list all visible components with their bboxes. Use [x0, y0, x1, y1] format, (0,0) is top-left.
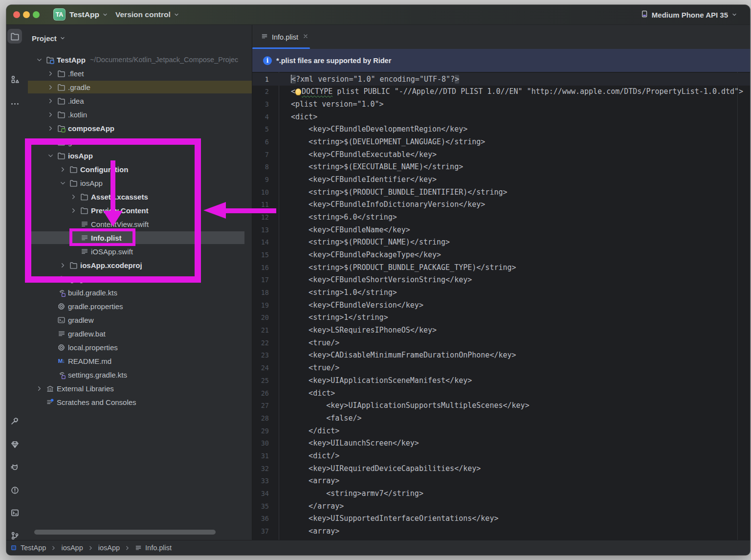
code-line-16[interactable]: 16 <string>$(PRODUCT_BUNDLE_PACKAGE_TYPE…: [252, 261, 750, 274]
code-line-27[interactable]: 27 <key>UIApplicationSupportsMultipleSce…: [252, 399, 750, 412]
chevron-right-icon[interactable]: [46, 80, 55, 94]
code-line-23[interactable]: 23 <key>CADisableMinimumFrameDurationOnP…: [252, 349, 750, 361]
code-line-1[interactable]: 1<?xml version="1.0" encoding="UTF-8"?>: [252, 73, 750, 86]
tree-item-local-properties[interactable]: local.properties: [28, 340, 252, 354]
code-line-12[interactable]: 12 <string>6.0</string>: [252, 211, 750, 224]
tree-item-configuration[interactable]: Configuration: [28, 162, 252, 176]
tree-item-assets-xcassets[interactable]: Assets.xcassets: [28, 190, 252, 203]
chevron-right-icon[interactable]: [46, 67, 55, 80]
tool-button-structure[interactable]: [7, 72, 22, 87]
code-line-9[interactable]: 9 <key>CFBundleIdentifier</key>: [252, 173, 750, 186]
close-tab-icon[interactable]: [302, 33, 309, 42]
tree-item-iosapp[interactable]: iosApp: [28, 149, 252, 162]
code-line-31[interactable]: 31 <dict/>: [252, 449, 750, 462]
code-line-8[interactable]: 8 <string>$(EXECUTABLE_NAME)</string>: [252, 160, 750, 173]
tree-item-scratches-and-consoles[interactable]: Scratches and Consoles: [28, 395, 252, 409]
code-line-22[interactable]: 22 <true/>: [252, 336, 750, 349]
code-line-32[interactable]: 32 <key>UIRequiredDeviceCapabilities</ke…: [252, 462, 750, 475]
code-line-2[interactable]: 2<DOCTYPE plist PUBLIC "-//Apple//DTD PL…: [252, 85, 750, 98]
tree-item-gradlew-bat[interactable]: gradlew.bat: [28, 327, 252, 340]
tree-item-contentview-swift[interactable]: ContentView.swift: [28, 217, 252, 231]
project-panel-header[interactable]: Project: [32, 31, 66, 45]
code-line-7[interactable]: 7 <key>CFBundleExecutable</key>: [252, 148, 750, 161]
code-line-5[interactable]: 5 <key>CFBundleDevelopmentRegion</key>: [252, 123, 750, 135]
tree-item-readme-md[interactable]: M↓README.md: [28, 354, 252, 368]
tree-item--idea[interactable]: .idea: [28, 94, 252, 108]
tree-item-testapp[interactable]: TestApp~/Documents/Kotlin_Jetpack_Compos…: [28, 53, 252, 67]
code-line-6[interactable]: 6 <string>$(DEVELOPMENT_LANGUAGE)</strin…: [252, 135, 750, 148]
tool-button-more-ellipsis[interactable]: [7, 96, 22, 111]
chevron-right-icon[interactable]: [46, 108, 55, 121]
tool-button-gem[interactable]: [7, 437, 22, 451]
code-line-4[interactable]: 4<dict>: [252, 111, 750, 123]
chevron-right-icon[interactable]: [46, 135, 55, 149]
code-line-20[interactable]: 20 <string>1</string>: [252, 311, 750, 324]
code-editor[interactable]: 1<?xml version="1.0" encoding="UTF-8"?>2…: [252, 72, 750, 540]
code-line-30[interactable]: 30 <key>UILaunchScreen</key>: [252, 437, 750, 449]
tool-button-problems[interactable]: [7, 483, 22, 497]
breadcrumb-item-iosapp[interactable]: iosApp: [98, 544, 120, 552]
code-line-18[interactable]: 18 <string>1.0</string>: [252, 286, 750, 299]
tree-item-gradlew[interactable]: gradlew: [28, 313, 252, 327]
tree-item--kotlin[interactable]: .kotlin: [28, 108, 252, 121]
tree-item-external-libraries[interactable]: External Libraries: [28, 381, 252, 395]
tree-item-settings-gradle-kts[interactable]: settings.gradle.kts: [28, 368, 252, 381]
tree-item--fleet[interactable]: .fleet: [28, 67, 252, 80]
tool-button-logcat-cat[interactable]: [7, 460, 22, 474]
version-control-menu-button[interactable]: Version control: [115, 5, 179, 24]
project-switcher-button[interactable]: TestApp: [69, 5, 108, 24]
tree-item--gradle[interactable]: .gradle: [28, 80, 252, 94]
tree-item-iosapp[interactable]: iosApp: [28, 176, 252, 190]
code-line-25[interactable]: 25 <key>UIApplicationSceneManifest</key>: [252, 374, 750, 387]
zoom-window-button[interactable]: [33, 11, 40, 18]
code-line-28[interactable]: 28 <false/>: [252, 412, 750, 425]
code-line-29[interactable]: 29 </dict>: [252, 425, 750, 437]
code-line-34[interactable]: 34 <string>armv7</string>: [252, 487, 750, 500]
code-line-33[interactable]: 33 <array>: [252, 474, 750, 487]
chevron-right-icon[interactable]: [46, 121, 55, 135]
code-line-26[interactable]: 26 <dict>: [252, 387, 750, 400]
tab-info-plist[interactable]: Info.plist: [252, 25, 321, 49]
chevron-down-icon[interactable]: [58, 176, 67, 190]
breadcrumb-item-testapp[interactable]: TestApp: [10, 544, 46, 552]
chevron-right-icon[interactable]: [58, 162, 67, 176]
chevron-right-icon[interactable]: [69, 190, 78, 203]
tree-item--gitignore[interactable]: .gitignore: [28, 272, 252, 286]
tree-item-gradle-properties[interactable]: gradle.properties: [28, 299, 252, 313]
code-line-10[interactable]: 10 <string>$(PRODUCT_BUNDLE_IDENTIFIER)<…: [252, 186, 750, 199]
chevron-right-icon[interactable]: [35, 381, 44, 395]
tree-item-iosapp-swift[interactable]: iOSApp.swift: [28, 245, 252, 258]
code-line-13[interactable]: 13 <key>CFBundleName</key>: [252, 224, 750, 236]
tree-item-gradle[interactable]: gradle: [28, 135, 252, 149]
tool-button-project-folder[interactable]: [7, 29, 22, 44]
code-line-17[interactable]: 17 <key>CFBundleShortVersionString</key>: [252, 273, 750, 286]
chevron-down-icon[interactable]: [46, 149, 55, 162]
chevron-down-icon[interactable]: [35, 53, 44, 67]
code-line-14[interactable]: 14 <string>$(PRODUCT_NAME)</string>: [252, 236, 750, 248]
breadcrumb-item-iosapp[interactable]: iosApp: [61, 544, 83, 552]
code-line-3[interactable]: 3<plist version="1.0">: [252, 98, 750, 111]
chevron-right-icon[interactable]: [46, 94, 55, 108]
code-line-24[interactable]: 24 <true/>: [252, 361, 750, 374]
tree-item-preview-content[interactable]: Preview Content: [28, 203, 252, 217]
code-line-36[interactable]: 36 <key>UISupportedInterfaceOrientations…: [252, 512, 750, 525]
minimize-window-button[interactable]: [23, 11, 30, 18]
tool-button-terminal[interactable]: [7, 505, 22, 520]
close-window-button[interactable]: [13, 11, 20, 18]
tree-item-iosapp-xcodeproj[interactable]: iosApp.xcodeproj: [28, 258, 252, 272]
tree-item-build-gradle-kts[interactable]: build.gradle.kts: [28, 286, 252, 299]
tree-item-composeapp[interactable]: composeApp: [28, 121, 252, 135]
code-line-19[interactable]: 19 <key>CFBundleVersion</key>: [252, 299, 750, 312]
code-line-21[interactable]: 21 <key>LSRequiresIPhoneOS</key>: [252, 324, 750, 336]
code-line-15[interactable]: 15 <key>CFBundlePackageType</key>: [252, 248, 750, 261]
code-line-35[interactable]: 35 </array>: [252, 500, 750, 513]
code-line-11[interactable]: 11 <key>CFBundleInfoDictionaryVersion</k…: [252, 198, 750, 211]
device-selector[interactable]: Medium Phone API 35: [640, 5, 737, 24]
horizontal-scrollbar[interactable]: [34, 530, 216, 535]
tool-button-build-hammer[interactable]: [7, 413, 22, 428]
intention-bulb-icon[interactable]: [295, 89, 301, 95]
breadcrumb-item-info-plist[interactable]: Info.plist: [135, 544, 172, 552]
tree-item-info-plist[interactable]: Info.plist: [28, 231, 252, 245]
chevron-right-icon[interactable]: [58, 258, 67, 272]
chevron-right-icon[interactable]: [69, 203, 78, 217]
